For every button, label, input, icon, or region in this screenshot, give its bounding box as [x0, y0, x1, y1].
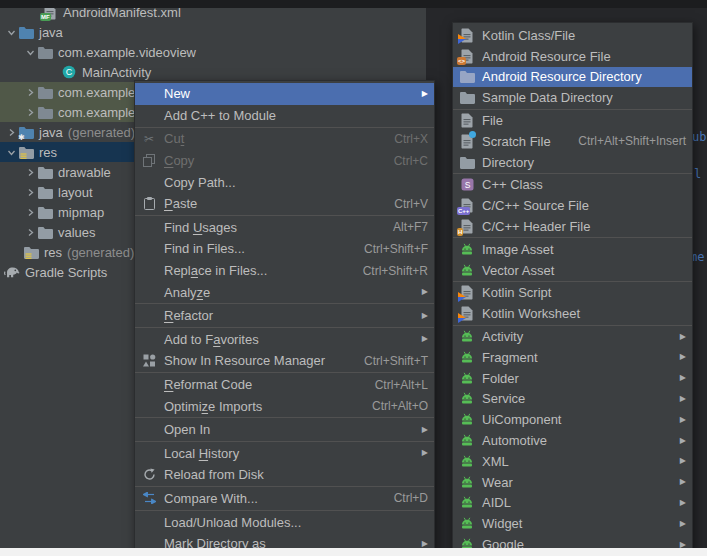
- menu-item-label: Reload from Disk: [164, 467, 428, 482]
- menu-item-xml[interactable]: XML▶: [453, 451, 692, 472]
- chevron-collapsed-icon[interactable]: [23, 88, 37, 97]
- android-resource-file-icon: <>: [459, 48, 475, 64]
- menu-item-optimize-imports[interactable]: Optimize ImportsCtrl+Alt+O: [135, 395, 434, 417]
- menu-item-shortcut: Ctrl+V: [394, 197, 428, 211]
- menu-item-copy[interactable]: CopyCtrl+C: [135, 150, 434, 172]
- menu-item-vector-asset[interactable]: Vector Asset: [453, 260, 692, 281]
- menu-item-refactor[interactable]: Refactor▶: [135, 305, 434, 327]
- tree-item-label: java: [39, 125, 63, 140]
- menu-item-copy-path[interactable]: Copy Path...: [135, 171, 434, 193]
- menu-item-cut[interactable]: ✂CutCtrl+X: [135, 128, 434, 150]
- folder-res-icon: [23, 244, 39, 260]
- menu-item-shortcut: Ctrl+Shift+T: [364, 354, 428, 368]
- menu-item-paste[interactable]: PasteCtrl+V: [135, 193, 434, 215]
- menu-item-c-c-source-file[interactable]: C++C/C++ Source File: [453, 195, 692, 216]
- menu-item-uicomponent[interactable]: UiComponent▶: [453, 409, 692, 430]
- menu-item-shortcut: Ctrl+Alt+L: [375, 378, 428, 392]
- chevron-collapsed-icon[interactable]: [23, 108, 37, 117]
- menu-item-file[interactable]: File: [453, 110, 692, 131]
- menu-item-label: Add C++ to Module: [164, 108, 428, 123]
- menu-item-c-c-header-file[interactable]: HC/C++ Header File: [453, 216, 692, 237]
- menu-item-label: C/C++ Source File: [482, 198, 686, 213]
- tree-item-label: com.example.videoview: [58, 45, 196, 60]
- kotlin-file-icon: [459, 27, 475, 43]
- tree-item-label: com.example.: [58, 105, 139, 120]
- menu-item-load-unload-modules[interactable]: Load/Unload Modules...: [135, 511, 434, 533]
- menu-item-reload-from-disk[interactable]: Reload from Disk: [135, 464, 434, 486]
- chevron-collapsed-icon[interactable]: [23, 168, 37, 177]
- folder-icon: [459, 154, 475, 170]
- menu-item-add-to-favorites[interactable]: Add to Favorites▶: [135, 329, 434, 351]
- chevron-collapsed-icon[interactable]: [23, 228, 37, 237]
- menu-item-local-history[interactable]: Local History▶: [135, 443, 434, 465]
- menu-item-find-usages[interactable]: Find UsagesAlt+F7: [135, 217, 434, 239]
- chevron-expanded-icon[interactable]: [4, 28, 18, 37]
- menu-item-android-resource-file[interactable]: <>Android Resource File: [453, 46, 692, 67]
- menu-item-add-c-to-module[interactable]: Add C++ to Module: [135, 105, 434, 127]
- menu-item-directory[interactable]: Directory: [453, 152, 692, 173]
- menu-item-activity[interactable]: Activity▶: [453, 326, 692, 347]
- cpp-source-icon: C++: [459, 198, 475, 214]
- menu-item-label: Vector Asset: [482, 263, 686, 278]
- submenu-arrow-icon: ▶: [675, 478, 686, 486]
- kotlin-file-icon: [459, 285, 475, 301]
- menu-item-shortcut: Ctrl+Shift+R: [363, 264, 428, 278]
- menu-item-find-in-files[interactable]: Find in Files...Ctrl+Shift+F: [135, 238, 434, 260]
- chevron-collapsed-icon[interactable]: [4, 128, 18, 137]
- tree-item-mainactivity[interactable]: CMainActivity: [0, 62, 426, 82]
- menu-item-label: Android Resource File: [482, 49, 686, 64]
- scratch-file-icon: [459, 133, 475, 149]
- menu-item-label: Android Resource Directory: [482, 69, 686, 84]
- menu-item-folder[interactable]: Folder▶: [453, 368, 692, 389]
- menu-item-sample-data-directory[interactable]: Sample Data Directory: [453, 87, 692, 108]
- menu-item-fragment[interactable]: Fragment▶: [453, 347, 692, 368]
- menu-item-label: Copy Path...: [164, 175, 428, 190]
- tree-item-com-example-videoview[interactable]: com.example.videoview: [0, 42, 426, 62]
- menu-item-scratch-file[interactable]: Scratch FileCtrl+Alt+Shift+Insert: [453, 131, 692, 152]
- menu-item-android-resource-directory[interactable]: Android Resource Directory: [453, 67, 692, 88]
- android-icon: [459, 241, 475, 257]
- menu-item-automotive[interactable]: Automotive▶: [453, 430, 692, 451]
- tree-item-java[interactable]: java: [0, 22, 426, 42]
- chevron-expanded-icon[interactable]: [4, 148, 18, 157]
- menu-item-replace-in-files[interactable]: Replace in Files...Ctrl+Shift+R: [135, 260, 434, 282]
- menu-item-label: Automotive: [482, 433, 675, 448]
- menu-item-reformat-code[interactable]: Reformat CodeCtrl+Alt+L: [135, 374, 434, 396]
- chevron-collapsed-icon[interactable]: [23, 208, 37, 217]
- menu-item-wear[interactable]: Wear▶: [453, 472, 692, 493]
- submenu-arrow-icon: ▶: [417, 312, 428, 320]
- android-icon: [459, 453, 475, 469]
- window-top-bar: [0, 0, 707, 8]
- menu-item-label: Local History: [164, 446, 417, 461]
- menu-item-label: Image Asset: [482, 242, 686, 257]
- submenu-arrow-icon: ▶: [417, 449, 428, 457]
- menu-item-open-in[interactable]: Open In▶: [135, 419, 434, 441]
- menu-item-kotlin-class-file[interactable]: Kotlin Class/File: [453, 25, 692, 46]
- menu-item-aidl[interactable]: AIDL▶: [453, 493, 692, 514]
- menu-item-c-class[interactable]: SC++ Class: [453, 175, 692, 196]
- menu-item-kotlin-worksheet[interactable]: Kotlin Worksheet: [453, 303, 692, 324]
- menu-item-widget[interactable]: Widget▶: [453, 513, 692, 534]
- android-icon: [459, 474, 475, 490]
- menu-item-kotlin-script[interactable]: Kotlin Script: [453, 283, 692, 304]
- menu-item-label: UiComponent: [482, 412, 675, 427]
- menu-item-analyze[interactable]: Analyze▶: [135, 281, 434, 303]
- menu-item-compare-with[interactable]: Compare With...Ctrl+D: [135, 488, 434, 510]
- cpp-header-icon: H: [459, 219, 475, 235]
- tree-item-androidmanifest-xml[interactable]: MFAndroidManifest.xml: [0, 8, 426, 22]
- menu-item-label: Show In Resource Manager: [164, 353, 348, 368]
- tree-item-label: AndroidManifest.xml: [63, 8, 181, 20]
- menu-item-service[interactable]: Service▶: [453, 389, 692, 410]
- tree-item-label: res: [39, 145, 57, 160]
- tree-item-label: Gradle Scripts: [25, 265, 107, 280]
- chevron-collapsed-icon[interactable]: [23, 188, 37, 197]
- folder-package-icon: [37, 44, 53, 60]
- menu-item-label: Load/Unload Modules...: [164, 515, 428, 530]
- menu-item-image-asset[interactable]: Image Asset: [453, 239, 692, 260]
- menu-item-show-in-resource-manager[interactable]: Show In Resource ManagerCtrl+Shift+T: [135, 350, 434, 372]
- menu-item-label: C/C++ Header File: [482, 219, 686, 234]
- menu-item-shortcut: Alt+F7: [393, 220, 428, 234]
- menu-item-new[interactable]: New▶: [135, 83, 434, 105]
- tree-item-suffix: (generated): [67, 245, 134, 260]
- chevron-expanded-icon[interactable]: [23, 48, 37, 57]
